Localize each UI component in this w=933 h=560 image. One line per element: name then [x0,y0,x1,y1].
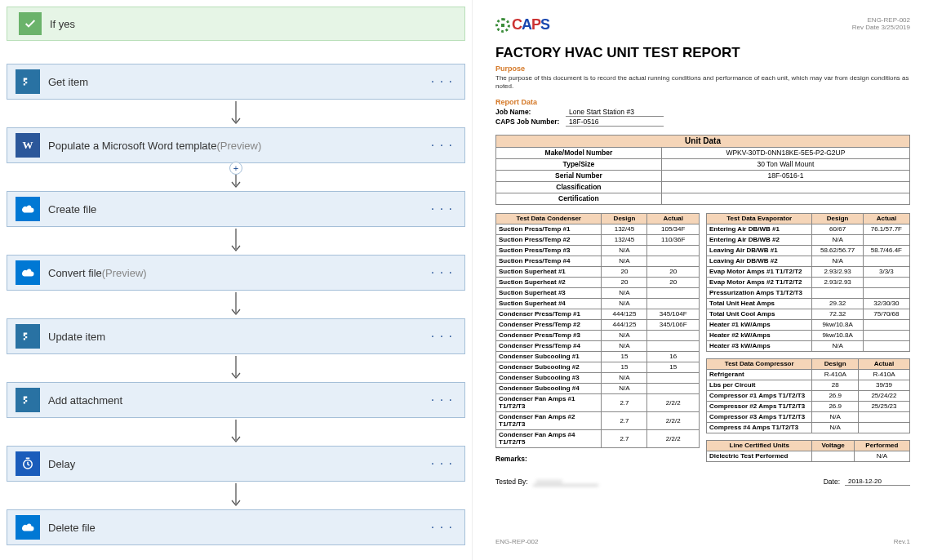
report-title: FACTORY HVAC UNIT TEST REPORT [495,45,910,61]
report-row-value: Lone Start Station #3 [566,108,664,117]
unit-row-value: 18F-0516-1 [661,170,909,181]
table-row: Compressor #1 Amps T1/T2/T326.925/24/22 [707,390,910,401]
unit-row-value [661,181,909,193]
table-row: Condenser Fan Amps #1 T1/T2/T32.72/2/2 [496,393,700,411]
flow-arrow[interactable] [7,482,465,509]
logo-letter: A [522,16,531,33]
flow-step-card[interactable]: Create file· · · [7,191,465,227]
step-menu-button[interactable]: · · · [428,138,456,153]
table-row: Condenser Press/Temp #2444/125345/106F [496,319,700,330]
add-step-button[interactable]: + [229,162,242,175]
sp-icon [16,388,40,412]
compressor-table: Test Data Compressor Design Actual Refri… [706,358,910,433]
table-row: Dielectric Test PerformedN/A [707,451,910,461]
condition-label: If yes [50,18,75,30]
table-title: Line Certified Units [707,440,812,451]
flow-step-card[interactable]: Delete file· · · [7,509,465,545]
step-title: Get item [48,76,420,88]
flow-step-card[interactable]: Get item· · · [7,64,465,100]
flow-arrow[interactable] [7,100,465,127]
company-logo: CAPS [495,16,549,33]
step-menu-button[interactable]: · · · [428,329,456,344]
report-row-label: Job Name: [495,108,566,117]
flow-step-card[interactable]: Convert file(Preview)· · · [7,255,465,291]
od-icon [16,197,40,221]
footer-doc-id: ENG-REP-002 [495,538,538,545]
step-menu-button[interactable]: · · · [428,74,456,89]
table-row: Compressor #3 Amps T1/T2/T3N/A [707,411,910,422]
flow-arrow[interactable] [7,354,465,382]
unit-data-table: Unit Data Make/Model NumberWPKV-30TD-0NN… [495,135,910,205]
report-data-heading: Report Data [495,98,910,106]
sp-icon [16,324,40,349]
table-row: Condenser Subcooling #4N/A [496,383,700,393]
flow-arrow[interactable] [7,291,465,318]
sp-icon [16,69,40,94]
flow-step-card[interactable]: WPopulate a Microsoft Word template(Prev… [7,127,465,163]
flow-step-card[interactable]: Delay· · · [7,446,465,482]
report-row-label: CAPS Job Number: [495,118,566,127]
step-title: Delete file [48,522,420,534]
table-row: Suction Press/Temp #4N/A [496,256,700,266]
step-title: Update item [48,331,420,343]
table-title: Test Data Evaporator [707,213,812,224]
table-row: Suction Press/Temp #3N/A [496,245,700,256]
tested-by-value: xxxxxxxx [533,478,598,486]
table-row: Condenser Press/Temp #1444/125345/104F [496,309,700,319]
table-row: Evap Motor Amps #2 T1/T2/T22.93/2.93 [707,277,910,287]
condition-header[interactable]: If yes [7,7,465,41]
footer-rev: Rev.1 [894,538,910,545]
table-row: Evap Motor Amps #1 T1/T2/T22.93/2.933/3/… [707,266,910,277]
table-row: Compressor #2 Amps T1/T2/T326.925/25/23 [707,401,910,411]
flow-arrow[interactable] [7,227,465,255]
unit-row-label: Classification [496,181,662,193]
step-menu-button[interactable]: · · · [428,520,456,535]
date-value: 2018-12-20 [845,478,910,486]
logo-letter: P [531,16,540,33]
col-voltage: Voltage [812,440,854,451]
flow-arrow[interactable]: + [7,163,465,191]
remarks-label: Remarks: [495,455,700,463]
table-row: Condenser Press/Temp #4N/A [496,340,700,351]
purpose-heading: Purpose [495,64,910,73]
unit-row-value [661,193,909,204]
table-row: Entering Air DB/WB #160/6776.1/57.7F [707,224,910,234]
col-actual: Actual [647,213,700,224]
table-row: Total Unit Cool Amps72.3275/70/68 [707,309,910,319]
table-row: Suction Superheat #22020 [496,277,700,287]
word-icon: W [16,133,40,158]
step-menu-button[interactable]: · · · [428,456,456,471]
doc-id: ENG-REP-002 [852,16,910,24]
flow-arrow[interactable] [7,418,465,446]
col-performed: Performed [854,440,909,451]
table-row: RefrigerantR-410AR-410A [707,369,910,380]
condenser-table: Test Data Condenser Design Actual Suctio… [495,213,700,448]
table-row: Condenser Subcooling #3N/A [496,372,700,383]
flow-step-card[interactable]: Update item· · · [7,318,465,354]
od-icon [16,515,40,540]
unit-row-value: WPKV-30TD-0NN18KE-5E5-P2-G2UP [661,147,909,158]
table-row: Total Unit Heat Amps29.3232/30/30 [707,298,910,309]
logo-letter: C [512,16,522,33]
step-menu-button[interactable]: · · · [428,202,456,216]
table-title: Test Data Compressor [707,358,812,369]
delay-icon [16,451,40,476]
col-actual: Actual [863,213,909,224]
table-row: Compress #4 Amps T1/T2/T3N/A [707,422,910,433]
unit-row-value: 30 Ton Wall Mount [661,158,909,170]
tested-by-label: Tested By: [495,478,528,486]
table-row: Leaving Air DB/WB #2N/A [707,256,910,266]
table-row: Suction Superheat #12020 [496,266,700,277]
table-row: Condenser Press/Temp #3N/A [496,330,700,340]
col-design: Design [812,213,863,224]
col-design: Design [602,213,647,224]
step-menu-button[interactable]: · · · [428,265,456,280]
flow-panel: If yes Get item· · ·WPopulate a Microsof… [0,0,472,560]
table-row: Condenser Fan Amps #2 T1/T2/T32.72/2/2 [496,411,700,429]
logo-letter: S [540,16,549,33]
step-menu-button[interactable]: · · · [428,393,456,407]
table-row: Condenser Subcooling #11516 [496,351,700,362]
table-row: Entering Air DB/WB #2N/A [707,234,910,245]
flow-step-card[interactable]: Add attachment· · · [7,382,465,418]
table-row: Condenser Fan Amps #4 T1/T2/T52.72/2/2 [496,429,700,447]
